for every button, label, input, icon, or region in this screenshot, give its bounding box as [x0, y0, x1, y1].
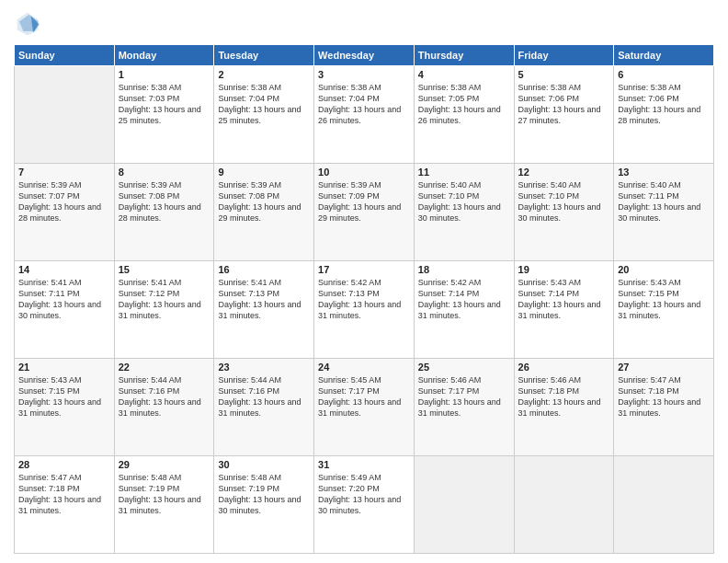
- day-number: 30: [218, 459, 310, 470]
- day-info: Sunrise: 5:43 AM Sunset: 7:15 PM Dayligh…: [618, 277, 710, 322]
- sunset-label: Sunset: 7:04 PM: [318, 94, 380, 103]
- daylight-label: Daylight: 13 hours and 31 minutes.: [618, 397, 700, 418]
- calendar-cell: 2 Sunrise: 5:38 AM Sunset: 7:04 PM Dayli…: [214, 66, 314, 164]
- daylight-label: Daylight: 13 hours and 31 minutes.: [418, 300, 501, 320]
- sunset-label: Sunset: 7:19 PM: [119, 484, 180, 493]
- day-number: 8: [119, 167, 210, 178]
- calendar-cell: [614, 456, 714, 554]
- calendar-cell: 10 Sunrise: 5:39 AM Sunset: 7:09 PM Dayl…: [314, 164, 415, 261]
- weekday-header-cell: Saturday: [614, 45, 714, 66]
- day-number: 22: [119, 362, 210, 373]
- calendar-cell: 12 Sunrise: 5:40 AM Sunset: 7:10 PM Dayl…: [514, 164, 614, 261]
- calendar-cell: 31 Sunrise: 5:49 AM Sunset: 7:20 PM Dayl…: [314, 456, 415, 554]
- daylight-label: Daylight: 13 hours and 28 minutes.: [18, 202, 101, 223]
- calendar-cell: [514, 456, 614, 554]
- day-info: Sunrise: 5:38 AM Sunset: 7:06 PM Dayligh…: [618, 82, 710, 127]
- calendar-cell: 7 Sunrise: 5:39 AM Sunset: 7:07 PM Dayli…: [15, 164, 115, 261]
- calendar-cell: 4 Sunrise: 5:38 AM Sunset: 7:05 PM Dayli…: [414, 66, 514, 164]
- day-info: Sunrise: 5:40 AM Sunset: 7:10 PM Dayligh…: [518, 179, 610, 224]
- calendar-cell: 9 Sunrise: 5:39 AM Sunset: 7:08 PM Dayli…: [214, 164, 314, 261]
- calendar-cell: 14 Sunrise: 5:41 AM Sunset: 7:11 PM Dayl…: [15, 261, 115, 359]
- calendar-week-row: 14 Sunrise: 5:41 AM Sunset: 7:11 PM Dayl…: [15, 261, 714, 359]
- sunrise-label: Sunrise: 5:40 AM: [618, 180, 681, 190]
- day-number: 13: [618, 167, 710, 178]
- calendar-cell: 11 Sunrise: 5:40 AM Sunset: 7:10 PM Dayl…: [414, 164, 514, 261]
- daylight-label: Daylight: 13 hours and 31 minutes.: [119, 397, 201, 418]
- day-info: Sunrise: 5:49 AM Sunset: 7:20 PM Dayligh…: [318, 472, 410, 517]
- day-number: 12: [518, 167, 610, 178]
- sunset-label: Sunset: 7:03 PM: [119, 94, 180, 103]
- day-info: Sunrise: 5:42 AM Sunset: 7:14 PM Dayligh…: [418, 277, 510, 322]
- daylight-label: Daylight: 13 hours and 31 minutes.: [518, 300, 601, 320]
- day-number: 28: [18, 459, 110, 470]
- daylight-label: Daylight: 13 hours and 31 minutes.: [218, 300, 301, 320]
- day-info: Sunrise: 5:39 AM Sunset: 7:07 PM Dayligh…: [18, 179, 110, 224]
- calendar-cell: 25 Sunrise: 5:46 AM Sunset: 7:17 PM Dayl…: [414, 359, 514, 456]
- calendar-cell: 26 Sunrise: 5:46 AM Sunset: 7:18 PM Dayl…: [514, 359, 614, 456]
- sunset-label: Sunset: 7:15 PM: [618, 289, 679, 298]
- sunset-label: Sunset: 7:14 PM: [518, 289, 580, 298]
- calendar-cell: 29 Sunrise: 5:48 AM Sunset: 7:19 PM Dayl…: [114, 456, 214, 554]
- sunrise-label: Sunrise: 5:41 AM: [218, 278, 281, 287]
- sunrise-label: Sunrise: 5:38 AM: [418, 83, 482, 92]
- calendar-cell: 24 Sunrise: 5:45 AM Sunset: 7:17 PM Dayl…: [314, 359, 415, 456]
- daylight-label: Daylight: 13 hours and 30 minutes.: [318, 495, 401, 515]
- day-info: Sunrise: 5:41 AM Sunset: 7:11 PM Dayligh…: [18, 277, 110, 322]
- day-info: Sunrise: 5:38 AM Sunset: 7:06 PM Dayligh…: [518, 82, 610, 127]
- sunrise-label: Sunrise: 5:46 AM: [518, 375, 582, 385]
- sunset-label: Sunset: 7:07 PM: [18, 191, 80, 201]
- day-number: 27: [618, 362, 710, 373]
- day-info: Sunrise: 5:45 AM Sunset: 7:17 PM Dayligh…: [318, 374, 410, 419]
- sunset-label: Sunset: 7:11 PM: [18, 289, 80, 298]
- day-number: 21: [18, 362, 110, 373]
- header: [14, 9, 714, 37]
- sunrise-label: Sunrise: 5:40 AM: [418, 180, 482, 190]
- calendar-cell: 22 Sunrise: 5:44 AM Sunset: 7:16 PM Dayl…: [114, 359, 214, 456]
- sunrise-label: Sunrise: 5:41 AM: [18, 278, 82, 287]
- daylight-label: Daylight: 13 hours and 30 minutes.: [418, 202, 501, 223]
- sunrise-label: Sunrise: 5:42 AM: [318, 278, 381, 287]
- sunset-label: Sunset: 7:18 PM: [518, 386, 580, 396]
- daylight-label: Daylight: 13 hours and 31 minutes.: [18, 397, 101, 418]
- daylight-label: Daylight: 13 hours and 30 minutes.: [218, 495, 301, 515]
- sunrise-label: Sunrise: 5:43 AM: [18, 375, 82, 385]
- daylight-label: Daylight: 13 hours and 26 minutes.: [318, 105, 401, 125]
- day-number: 4: [418, 69, 510, 80]
- sunrise-label: Sunrise: 5:38 AM: [618, 83, 681, 92]
- calendar-week-row: 28 Sunrise: 5:47 AM Sunset: 7:18 PM Dayl…: [15, 456, 714, 554]
- calendar-cell: 8 Sunrise: 5:39 AM Sunset: 7:08 PM Dayli…: [114, 164, 214, 261]
- calendar-cell: 19 Sunrise: 5:43 AM Sunset: 7:14 PM Dayl…: [514, 261, 614, 359]
- calendar-cell: 21 Sunrise: 5:43 AM Sunset: 7:15 PM Dayl…: [15, 359, 115, 456]
- sunset-label: Sunset: 7:10 PM: [418, 191, 480, 201]
- day-number: 6: [618, 69, 710, 80]
- calendar-cell: 28 Sunrise: 5:47 AM Sunset: 7:18 PM Dayl…: [15, 456, 115, 554]
- logo: [14, 9, 45, 37]
- calendar-cell: 20 Sunrise: 5:43 AM Sunset: 7:15 PM Dayl…: [614, 261, 714, 359]
- weekday-header-cell: Thursday: [414, 45, 514, 66]
- sunset-label: Sunset: 7:08 PM: [119, 191, 180, 201]
- daylight-label: Daylight: 13 hours and 31 minutes.: [218, 397, 301, 418]
- calendar-cell: 15 Sunrise: 5:41 AM Sunset: 7:12 PM Dayl…: [114, 261, 214, 359]
- day-number: 16: [218, 264, 310, 275]
- calendar-body: 1 Sunrise: 5:38 AM Sunset: 7:03 PM Dayli…: [15, 66, 714, 554]
- calendar-cell: 13 Sunrise: 5:40 AM Sunset: 7:11 PM Dayl…: [614, 164, 714, 261]
- daylight-label: Daylight: 13 hours and 30 minutes.: [18, 300, 101, 320]
- day-info: Sunrise: 5:39 AM Sunset: 7:08 PM Dayligh…: [218, 179, 310, 224]
- sunset-label: Sunset: 7:14 PM: [418, 289, 480, 298]
- day-number: 2: [218, 69, 310, 80]
- calendar-cell: 18 Sunrise: 5:42 AM Sunset: 7:14 PM Dayl…: [414, 261, 514, 359]
- day-number: 17: [318, 264, 410, 275]
- calendar-cell: 6 Sunrise: 5:38 AM Sunset: 7:06 PM Dayli…: [614, 66, 714, 164]
- day-number: 5: [518, 69, 610, 80]
- daylight-label: Daylight: 13 hours and 27 minutes.: [518, 105, 601, 125]
- sunrise-label: Sunrise: 5:39 AM: [18, 180, 82, 190]
- day-info: Sunrise: 5:47 AM Sunset: 7:18 PM Dayligh…: [618, 374, 710, 419]
- daylight-label: Daylight: 13 hours and 25 minutes.: [119, 105, 201, 125]
- page: SundayMondayTuesdayWednesdayThursdayFrid…: [0, 0, 728, 563]
- daylight-label: Daylight: 13 hours and 28 minutes.: [618, 105, 700, 125]
- sunrise-label: Sunrise: 5:39 AM: [218, 180, 281, 190]
- weekday-header-cell: Tuesday: [214, 45, 314, 66]
- daylight-label: Daylight: 13 hours and 30 minutes.: [518, 202, 601, 223]
- sunset-label: Sunset: 7:08 PM: [218, 191, 279, 201]
- daylight-label: Daylight: 13 hours and 31 minutes.: [618, 300, 700, 320]
